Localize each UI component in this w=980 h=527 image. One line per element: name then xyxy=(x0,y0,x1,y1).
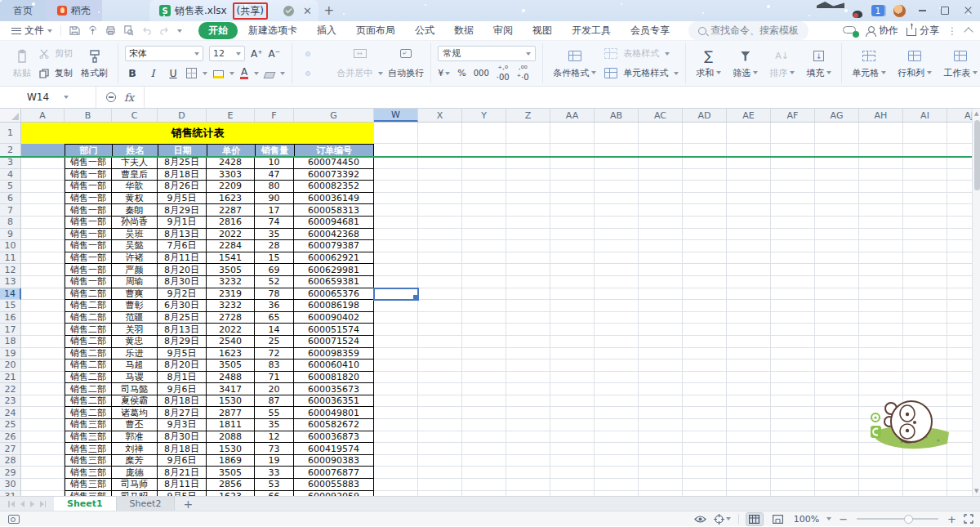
selection-mode-button[interactable] xyxy=(714,514,731,525)
cell-D6[interactable]: 9月5日 xyxy=(158,193,207,205)
cell-D9[interactable]: 8月13日 xyxy=(158,229,207,241)
menu-item-插入[interactable]: 插入 xyxy=(308,22,345,39)
cell-E7[interactable]: 2287 xyxy=(207,204,255,217)
new-tab-button[interactable]: + xyxy=(318,0,340,21)
sort-button[interactable]: A↓ 排序 xyxy=(766,48,798,79)
zoom-level[interactable]: 100% xyxy=(794,514,819,525)
cell-F26[interactable]: 12 xyxy=(255,431,294,444)
cell-D18[interactable]: 8月29日 xyxy=(158,336,207,348)
align-left-button[interactable] xyxy=(299,72,302,75)
row-header-27[interactable]: 27 xyxy=(0,443,21,455)
column-header-F[interactable]: F xyxy=(255,109,294,122)
font-name-select[interactable]: 宋体 xyxy=(125,46,203,61)
wrap-text-button[interactable]: 自动换行 xyxy=(388,65,424,82)
cell-F14[interactable]: 78 xyxy=(255,288,294,301)
increase-indent-button[interactable] xyxy=(328,52,332,56)
cell-E11[interactable]: 1541 xyxy=(207,252,255,265)
cell-B26[interactable]: 销售三部 xyxy=(65,431,112,444)
column-header-X[interactable]: X xyxy=(418,109,462,122)
print-icon[interactable] xyxy=(105,25,116,36)
cell-G19[interactable]: 600098359 xyxy=(294,348,374,360)
cell-B27[interactable]: 销售三部 xyxy=(65,443,112,455)
cell-C25[interactable]: 曹丕 xyxy=(112,419,158,431)
cell-C4[interactable]: 曹皇后 xyxy=(112,169,158,181)
cell-style-button[interactable]: 单元格样式 xyxy=(604,65,679,82)
cell-E26[interactable]: 2088 xyxy=(207,431,255,444)
cell-B3[interactable]: 销售一部 xyxy=(65,157,112,169)
paste-button[interactable]: 粘贴 xyxy=(10,48,34,79)
row-header-12[interactable]: 12 xyxy=(0,264,21,276)
borders-icon[interactable] xyxy=(186,68,197,78)
row-header-24[interactable]: 24 xyxy=(0,407,21,419)
cell-B11[interactable]: 销售一部 xyxy=(65,252,112,265)
cell-G9[interactable]: 600042368 xyxy=(294,229,374,241)
cell-C30[interactable]: 司马师 xyxy=(112,479,158,491)
cell-C22[interactable]: 司马懿 xyxy=(112,383,158,395)
cell-B5[interactable]: 销售一部 xyxy=(65,181,112,193)
currency-button[interactable]: ¥ xyxy=(438,68,450,78)
cell-B7[interactable]: 销售一部 xyxy=(65,204,112,217)
row-header-17[interactable]: 17 xyxy=(0,324,21,336)
cell-G16[interactable]: 600090402 xyxy=(294,312,374,324)
cut-button[interactable]: 剪切 xyxy=(39,46,73,62)
table-title-cell[interactable]: 销售统计表 xyxy=(21,123,374,144)
cell-C9[interactable]: 吴班 xyxy=(112,229,158,241)
align-center-button[interactable] xyxy=(306,72,310,75)
cell-C26[interactable]: 郭准 xyxy=(112,431,158,444)
cell-C14[interactable]: 曹爽 xyxy=(112,288,158,301)
cell-B17[interactable]: 销售二部 xyxy=(65,324,112,336)
cell-C6[interactable]: 黄权 xyxy=(112,193,158,205)
eye-icon[interactable] xyxy=(694,515,706,524)
row-header-10[interactable]: 10 xyxy=(0,240,21,252)
column-header-W[interactable]: W xyxy=(374,109,418,122)
cell-B4[interactable]: 销售一部 xyxy=(65,169,112,181)
cell-B8[interactable]: 销售一部 xyxy=(65,217,112,229)
cell-B14[interactable]: 销售二部 xyxy=(65,288,112,301)
decrease-decimal-button[interactable]: ·⁰⁰⁺·0 xyxy=(517,65,529,82)
cell-D22[interactable]: 9月6日 xyxy=(158,383,207,395)
cell-F16[interactable]: 65 xyxy=(255,312,294,324)
cell-A2[interactable] xyxy=(21,144,65,157)
row-header-9[interactable]: 9 xyxy=(0,229,21,241)
cell-C23[interactable]: 夏侯霸 xyxy=(112,395,158,408)
underline-button[interactable]: U xyxy=(166,67,180,79)
sheet-tab-Sheet2[interactable]: Sheet2 xyxy=(117,497,176,511)
column-header-AB[interactable]: AB xyxy=(595,109,639,122)
cell-G17[interactable]: 600051574 xyxy=(294,324,374,336)
cell-B6[interactable]: 销售一部 xyxy=(65,193,112,205)
collapse-ribbon-icon[interactable] xyxy=(964,27,973,36)
name-box[interactable]: W14 xyxy=(0,87,96,108)
cells-button[interactable]: 单元格 xyxy=(849,48,889,79)
column-header-AH[interactable]: AH xyxy=(859,109,903,122)
decrease-indent-button[interactable] xyxy=(321,52,324,56)
conditional-format-button[interactable]: 条件格式 xyxy=(550,48,599,79)
command-search[interactable]: 查找命令、搜索模板 xyxy=(688,21,808,40)
selected-cell-W14[interactable] xyxy=(374,288,418,301)
cell-E25[interactable]: 1811 xyxy=(207,419,255,431)
select-all-corner[interactable] xyxy=(0,109,21,122)
filter-button[interactable]: 筛选 xyxy=(729,48,761,79)
formula-input[interactable] xyxy=(145,87,980,108)
cell-C19[interactable]: 乐进 xyxy=(112,348,158,360)
page-layout-view-button[interactable] xyxy=(770,513,786,525)
column-header-AI[interactable]: AI xyxy=(903,109,947,122)
cell-F4[interactable]: 47 xyxy=(255,169,294,181)
menu-item-开始[interactable]: 开始 xyxy=(198,22,238,39)
cell-G28[interactable]: 600090383 xyxy=(294,455,374,467)
cell-F19[interactable]: 72 xyxy=(255,348,294,360)
row-header-5[interactable]: 5 xyxy=(0,181,21,193)
cell-D30[interactable]: 8月11日 xyxy=(158,479,207,491)
cell-F17[interactable]: 14 xyxy=(255,324,294,336)
cell-G8[interactable]: 600094681 xyxy=(294,217,374,229)
row-header-8[interactable]: 8 xyxy=(0,217,21,229)
cell-E4[interactable]: 3303 xyxy=(207,169,255,181)
cell-C10[interactable]: 吴懿 xyxy=(112,240,158,252)
column-header-E[interactable]: E xyxy=(207,109,255,122)
font-size-select[interactable]: 12 xyxy=(209,46,245,61)
cell-D24[interactable]: 8月27日 xyxy=(158,407,207,419)
cell-F22[interactable]: 20 xyxy=(255,383,294,395)
row-header-4[interactable]: 4 xyxy=(0,169,21,181)
cell-E24[interactable]: 2877 xyxy=(207,407,255,419)
export-icon[interactable] xyxy=(87,25,98,36)
cell-F18[interactable]: 25 xyxy=(255,336,294,348)
